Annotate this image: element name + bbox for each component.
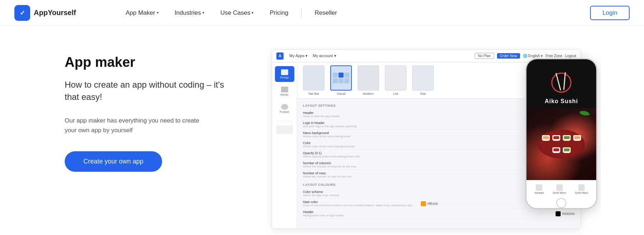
- settings-row-header-color: HeaderBackground color of app header #00…: [303, 209, 575, 219]
- nav-item-pricing[interactable]: Pricing: [263, 6, 295, 19]
- mockup-nav-myapps: My Apps ▾: [289, 54, 308, 58]
- mockup-lang: 🌐 English ▾: [523, 54, 543, 58]
- nav-item-use-cases[interactable]: Use Cases ▾: [214, 6, 260, 19]
- mockup-btn-noplan: No Plan: [475, 53, 494, 59]
- phone-home-bar: [526, 198, 596, 208]
- brand-name: AppYourself: [34, 9, 76, 17]
- template-modern[interactable]: Modern: [358, 65, 379, 96]
- logo-area: ✓ AppYourself: [14, 5, 76, 21]
- chevron-down-icon: ▾: [202, 10, 204, 15]
- mockup-logout: Logout: [565, 54, 576, 58]
- home-button[interactable]: [556, 198, 566, 208]
- phone-nav-karaoke: Karaoke: [534, 184, 544, 194]
- cta-button[interactable]: Create your own app: [65, 151, 162, 172]
- sushi-piece-salmon: [542, 135, 550, 141]
- sidebar-item-publish[interactable]: Publish: [275, 101, 294, 116]
- sushi-piece-tuna2: [552, 147, 560, 153]
- mockup-btn-ordernow: Order Now: [497, 53, 520, 59]
- phone-screen: Aiko Sushi: [526, 59, 596, 198]
- main-content: App maker How to create an app without c…: [0, 26, 644, 235]
- header-right: Login: [590, 6, 630, 20]
- phone-mockup: Aiko Sushi: [525, 58, 597, 209]
- phone-bottom-nav: Karaoke Sushi Menu Sushi Menu: [526, 180, 596, 198]
- mockup-nav-myaccount: My account ▾: [313, 54, 336, 58]
- mockup-freezone: Free Zone: [546, 54, 562, 58]
- hero-screenshot: A My Apps ▾ My account ▾ No Plan Order N…: [252, 47, 601, 235]
- phone-nav-sushi-menu2: Sushi Menu: [575, 184, 588, 194]
- login-button[interactable]: Login: [590, 6, 630, 20]
- sushi-background: [526, 108, 596, 180]
- sushi-piece-salmon2: [573, 135, 581, 141]
- sushi-piece-tuna: [552, 135, 560, 141]
- phone-logo-area: Aiko Sushi: [526, 59, 596, 108]
- nav-item-industries[interactable]: Industries ▾: [168, 6, 211, 19]
- hero-title: App maker: [65, 55, 237, 70]
- svg-text:✓: ✓: [20, 9, 25, 17]
- sidebar-item-design[interactable]: Design: [275, 66, 294, 82]
- template-visual[interactable]: Visual: [330, 65, 352, 96]
- phone-food-image: [526, 108, 596, 180]
- phone-nav-sushi-menu: Sushi Menu: [553, 184, 566, 194]
- hero-subtitle: How to create an app without coding – it…: [65, 79, 237, 103]
- template-star[interactable]: Star: [412, 65, 434, 96]
- logo-icon: ✓: [14, 5, 30, 21]
- chevron-down-icon: ▾: [157, 10, 159, 15]
- hero-description: Our app maker has everything you need to…: [65, 116, 208, 135]
- mockup-logo: A: [276, 52, 284, 60]
- garnish-leaf: [580, 110, 591, 117]
- sushi-piece-avocado2: [563, 147, 571, 153]
- color-swatch-orange[interactable]: [421, 201, 426, 206]
- sushi-piece-avocado: [563, 135, 571, 141]
- mockup-topbar-nav: My Apps ▾ My account ▾: [289, 54, 336, 58]
- nav-divider: [301, 8, 302, 18]
- sidebar-item-media[interactable]: Media: [275, 83, 294, 99]
- hero-text: App maker How to create an app without c…: [65, 47, 237, 172]
- nav-item-reseller[interactable]: Reseller: [308, 6, 343, 19]
- template-list[interactable]: List: [385, 65, 406, 96]
- mockup-sidebar: Design Media Publish: [272, 63, 297, 229]
- color-swatch-header[interactable]: [556, 211, 561, 216]
- nav-item-app-maker[interactable]: App Maker ▾: [119, 6, 165, 19]
- sushi-logo: [549, 70, 574, 95]
- main-nav: App Maker ▾ Industries ▾ Use Cases ▾ Pri…: [119, 6, 343, 19]
- chevron-down-icon: ▾: [252, 10, 254, 15]
- template-tab-bar[interactable]: Tab Bar: [303, 65, 325, 96]
- restaurant-name: Aiko Sushi: [545, 98, 578, 105]
- header: ✓ AppYourself App Maker ▾ Industries ▾ U…: [0, 0, 644, 26]
